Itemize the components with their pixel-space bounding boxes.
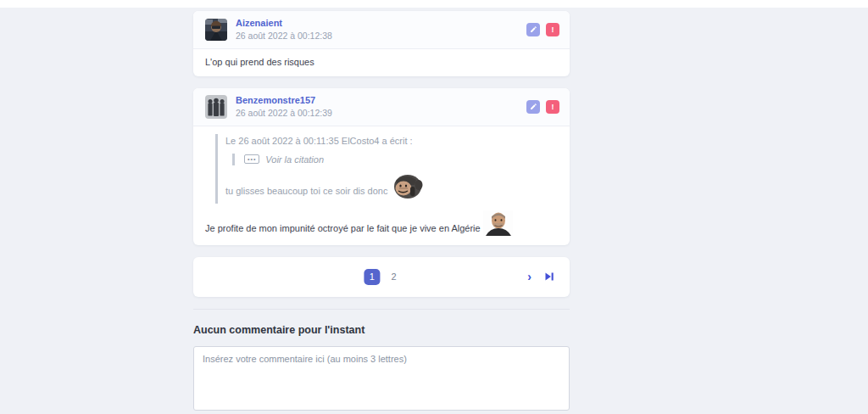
pencil-icon: [530, 25, 537, 33]
quote-text-line: tu glisses beaucoup toi ce soir dis donc: [225, 174, 558, 199]
comment-input[interactable]: [193, 346, 570, 411]
thread-column: Aizenaient 26 août 2022 à 00:12:38 ! L'o…: [193, 11, 570, 414]
report-post-button[interactable]: !: [546, 100, 559, 114]
section-divider: [193, 309, 570, 310]
top-header-edge: [0, 0, 868, 8]
monkey-smiley-image: [389, 174, 423, 199]
post-card: Benzemonstre157 26 août 2022 à 00:12:39 …: [193, 88, 570, 245]
bald-man-smiley-image: [483, 210, 513, 236]
post-date: 26 août 2022 à 00:12:39: [236, 108, 332, 119]
avatar-image-three-figures: [205, 95, 227, 119]
quote-block: Le 26 août 2022 à 00:11:35 ElCosto4 a éc…: [215, 134, 558, 204]
expand-citation-button[interactable]: •••: [244, 154, 259, 164]
edit-post-button[interactable]: [526, 100, 540, 114]
post-date: 26 août 2022 à 00:12:38: [236, 31, 332, 42]
quote-header-text: Le 26 août 2022 à 00:11:35 ElCosto4 a éc…: [225, 136, 558, 146]
quote-text: tu glisses beaucoup toi ce soir dis donc: [225, 186, 387, 196]
avatar-image-dark-character: [205, 19, 227, 41]
post-body-text: L'op qui prend des risques: [193, 49, 570, 76]
author-block: Aizenaient 26 août 2022 à 00:12:38: [236, 18, 332, 42]
edit-post-button[interactable]: [526, 23, 540, 36]
post-card: Aizenaient 26 août 2022 à 00:12:38 ! L'o…: [193, 11, 570, 76]
pagination-nav: ›: [527, 271, 554, 283]
page-2-link[interactable]: 2: [391, 271, 396, 282]
nested-quote: ••• Voir la citation: [232, 154, 558, 165]
citation-label[interactable]: Voir la citation: [265, 154, 324, 165]
author-name-link[interactable]: Benzemonstre157: [236, 95, 332, 107]
comments-section: Aucun commentaire pour l'instant Soumett…: [193, 324, 570, 414]
report-post-button[interactable]: !: [546, 23, 559, 36]
avatar[interactable]: [205, 95, 227, 119]
post-actions: !: [526, 23, 559, 36]
exclamation-icon: !: [552, 103, 554, 111]
post-body-text: Je profite de mon impunité octroyé par l…: [205, 223, 481, 233]
post-body: Le 26 août 2022 à 00:11:35 ElCosto4 a éc…: [193, 126, 570, 245]
post-header: Benzemonstre157 26 août 2022 à 00:12:39 …: [193, 88, 570, 126]
page-number-group: 1 2: [364, 269, 396, 285]
avatar[interactable]: [205, 19, 227, 41]
post-main-line: Je profite de mon impunité octroyé par l…: [205, 210, 558, 236]
comments-heading: Aucun commentaire pour l'instant: [193, 324, 570, 336]
skip-to-last-icon: [544, 271, 554, 282]
post-actions: !: [526, 100, 559, 114]
page-1-button-active[interactable]: 1: [364, 269, 380, 285]
author-name-link[interactable]: Aizenaient: [236, 18, 332, 30]
next-page-arrow-icon[interactable]: ›: [527, 271, 531, 283]
last-page-button[interactable]: [544, 271, 554, 282]
exclamation-icon: !: [552, 25, 554, 34]
post-header: Aizenaient 26 août 2022 à 00:12:38 !: [193, 11, 570, 49]
pagination-card: 1 2 ›: [193, 257, 570, 297]
author-block: Benzemonstre157 26 août 2022 à 00:12:39: [236, 95, 332, 119]
pencil-icon: [530, 103, 537, 110]
